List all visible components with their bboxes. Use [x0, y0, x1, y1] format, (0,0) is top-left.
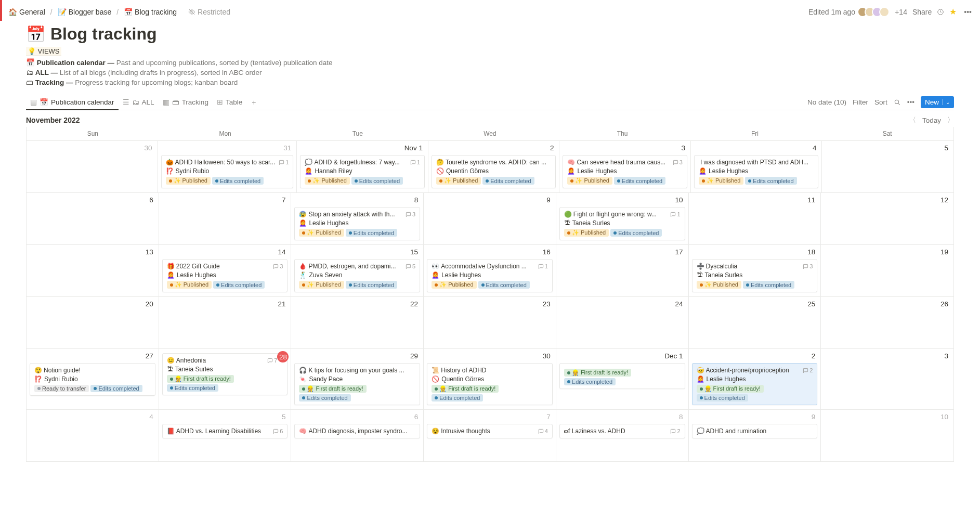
calendar-day[interactable]: 18➗Dyscalculia3🏝Taneia Surles✨ Published… — [689, 244, 821, 296]
calendar-day[interactable]: 12 — [821, 192, 953, 244]
tab-tracking[interactable]: ▥🗃Tracking — [159, 95, 213, 110]
calendar-card[interactable]: 😐Anhedonia7🏝Taneia Surles👷 First draft i… — [162, 353, 288, 395]
calendar-day[interactable]: 2🤕Accident-prone/proprioception2👩‍🦰Lesli… — [689, 348, 821, 409]
card-tags: ✨ PublishedEdits completed — [432, 281, 548, 289]
calendar-card[interactable]: 🤔Tourette syndrome vs. ADHD: can ...🚫Que… — [432, 155, 556, 188]
calendar-card[interactable]: 🎃ADHD Halloween: 50 ways to scar...1⁉️Sy… — [161, 155, 294, 188]
calendar-card[interactable]: 🟢Fight or flight gone wrong: w...1🏝Tanei… — [559, 207, 685, 240]
calendar-card[interactable]: 😵Intrusive thoughts4 — [427, 424, 553, 438]
calendar-card[interactable]: 🩸PMDD, estrogen, and dopami...5🕺Zuva Sev… — [294, 259, 420, 292]
calendar-day[interactable]: 30📜History of ADHD🚫Quentin Görres👷 First… — [424, 348, 556, 409]
calendar-day[interactable]: 3🧠Can severe head trauma caus...3👩‍🦰Lesl… — [559, 140, 691, 192]
calendar-card[interactable]: 📜History of ADHD🚫Quentin Görres👷 First d… — [427, 363, 553, 405]
calendar-card[interactable]: 🎁2022 Gift Guide3👩‍🦰Leslie Hughes✨ Publi… — [162, 259, 288, 292]
calendar-day[interactable]: 31🎃ADHD Halloween: 50 ways to scar...1⁉️… — [158, 140, 297, 192]
search-icon[interactable] — [894, 99, 901, 106]
calendar-day[interactable]: 28😐Anhedonia7🏝Taneia Surles👷 First draft… — [159, 348, 292, 409]
calendar-day[interactable]: 7 — [159, 192, 292, 244]
page-title[interactable]: Blog tracking — [50, 24, 156, 44]
calendar-day[interactable]: 24 — [556, 296, 689, 348]
star-icon[interactable]: ★ — [949, 7, 957, 17]
calendar-day[interactable]: 9 — [424, 192, 556, 244]
calendar-card[interactable]: 👷 First draft is ready!Edits completed — [559, 363, 685, 389]
add-view-button[interactable]: + — [247, 96, 260, 109]
calendar-day[interactable]: 3 — [821, 348, 953, 409]
calendar-card[interactable]: 🤕Accident-prone/proprioception2👩‍🦰Leslie… — [692, 363, 818, 405]
calendar-card[interactable]: 👀Accommodative Dysfunction ...1👩‍🦰Leslie… — [427, 259, 553, 292]
calendar-day[interactable]: 13 — [27, 244, 159, 296]
tag-edits: Edits completed — [432, 394, 483, 402]
more-icon[interactable]: ••• — [962, 6, 974, 18]
calendar-card[interactable]: 🧠ADHD diagnosis, imposter syndro... — [294, 424, 420, 438]
calendar-card[interactable]: 📕ADHD vs. Learning Disabilities6 — [162, 424, 288, 438]
crumb-sep: / — [50, 8, 53, 16]
calendar-day[interactable]: 14🎁2022 Gift Guide3👩‍🦰Leslie Hughes✨ Pub… — [159, 244, 292, 296]
day-number: 20 — [29, 299, 156, 309]
prev-month-button[interactable]: 〈 — [909, 115, 916, 125]
calendar-card[interactable]: 💭ADHD & forgetfulness: 7 way...1👩‍🦰Hanna… — [300, 155, 425, 188]
calendar-day[interactable]: 20 — [27, 296, 159, 348]
calendar-day[interactable]: 16👀Accommodative Dysfunction ...1👩‍🦰Lesl… — [424, 244, 556, 296]
avatar-overflow[interactable]: +14 — [895, 8, 907, 16]
calendar-day[interactable]: 27😲Notion guide!⁉️Sydni RubioReady to tr… — [27, 348, 159, 409]
no-date-button[interactable]: No date (10) — [807, 98, 846, 106]
tag-edits: Edits completed — [482, 177, 534, 185]
chevron-down-icon[interactable]: ⌄ — [942, 99, 950, 105]
calendar-day[interactable]: 10 — [821, 409, 953, 461]
calendar-day[interactable]: 8🛋Laziness vs. ADHD2 — [556, 409, 689, 461]
calendar-card[interactable]: 🧠Can severe head trauma caus...3👩‍🦰Lesli… — [563, 155, 687, 188]
calendar-day[interactable]: 17 — [556, 244, 689, 296]
sort-button[interactable]: Sort — [874, 98, 887, 106]
calendar-day[interactable]: 21 — [159, 296, 292, 348]
crumb-general[interactable]: 🏠General — [6, 7, 47, 17]
calendar-day[interactable]: 4 — [27, 409, 159, 461]
clock-icon[interactable] — [937, 8, 944, 16]
calendar-day[interactable]: 9💭ADHD and rumination — [689, 409, 821, 461]
calendar-day[interactable]: 5 — [822, 140, 953, 192]
calendar-day[interactable]: 8😰Stop an anxiety attack with th...3👩‍🦰L… — [291, 192, 424, 244]
tag-edits: Edits completed — [745, 177, 796, 185]
share-button[interactable]: Share — [912, 8, 932, 16]
calendar-day[interactable]: 29🎧K tips for focusing on your goals ...… — [291, 348, 424, 409]
tab-publication-calendar[interactable]: ▤📅Publication calendar — [26, 95, 119, 110]
calendar-day[interactable]: 7😵Intrusive thoughts4 — [424, 409, 556, 461]
calendar-day[interactable]: 5📕ADHD vs. Learning Disabilities6 — [159, 409, 292, 461]
calendar-day[interactable]: Nov 1💭ADHD & forgetfulness: 7 way...1👩‍🦰… — [297, 140, 428, 192]
page-icon[interactable]: 📅 — [26, 25, 45, 43]
calendar-day[interactable]: 25 — [689, 296, 821, 348]
filter-button[interactable]: Filter — [853, 98, 868, 106]
avatar-stack[interactable] — [860, 7, 890, 17]
today-button[interactable]: Today — [922, 116, 941, 124]
restricted-badge[interactable]: Restricted — [188, 8, 230, 16]
tab-table[interactable]: ⊞Table — [213, 95, 246, 110]
calendar-day[interactable]: 4I was diagnosed with PTSD and ADH...👩‍🦰… — [691, 140, 822, 192]
calendar-day[interactable]: 22 — [291, 296, 424, 348]
calendar-day[interactable]: 15🩸PMDD, estrogen, and dopami...5🕺Zuva S… — [291, 244, 424, 296]
calendar-card[interactable]: 💭ADHD and rumination — [692, 424, 818, 438]
day-number: 4 — [693, 143, 820, 153]
calendar-day[interactable]: 6🧠ADHD diagnosis, imposter syndro... — [291, 409, 424, 461]
calendar-card[interactable]: ➗Dyscalculia3🏝Taneia Surles✨ PublishedEd… — [692, 259, 818, 292]
card-title: 🧠Can severe head trauma caus...3 — [567, 159, 683, 166]
day-number: 5 — [161, 412, 289, 422]
tab-all[interactable]: ☰🗂ALL — [119, 95, 159, 110]
more-options-icon[interactable]: ••• — [907, 98, 914, 106]
calendar-card[interactable]: I was diagnosed with PTSD and ADH...👩‍🦰L… — [694, 155, 819, 188]
calendar-day[interactable]: 26 — [821, 296, 953, 348]
calendar-day[interactable]: 19 — [821, 244, 953, 296]
new-button[interactable]: New⌄ — [921, 96, 954, 108]
calendar-day[interactable]: 6 — [27, 192, 159, 244]
calendar-card[interactable]: 😲Notion guide!⁉️Sydni RubioReady to tran… — [30, 363, 155, 396]
calendar-day[interactable]: 30 — [27, 140, 158, 192]
calendar-day[interactable]: 2🤔Tourette syndrome vs. ADHD: can ...🚫Qu… — [428, 140, 560, 192]
calendar-card[interactable]: 😰Stop an anxiety attack with th...3👩‍🦰Le… — [294, 207, 420, 240]
calendar-card[interactable]: 🎧K tips for focusing on your goals ...🍬S… — [294, 363, 420, 405]
calendar-card[interactable]: 🛋Laziness vs. ADHD2 — [559, 424, 685, 438]
calendar-day[interactable]: 10🟢Fight or flight gone wrong: w...1🏝Tan… — [556, 192, 689, 244]
crumb-blogger-base[interactable]: 📝Blogger base — [56, 7, 114, 17]
calendar-day[interactable]: Dec 1👷 First draft is ready!Edits comple… — [556, 348, 689, 409]
calendar-day[interactable]: 23 — [424, 296, 556, 348]
calendar-day[interactable]: 11 — [689, 192, 821, 244]
crumb-blog-tracking[interactable]: 📅Blog tracking — [122, 7, 179, 17]
next-month-button[interactable]: 〉 — [947, 115, 954, 125]
